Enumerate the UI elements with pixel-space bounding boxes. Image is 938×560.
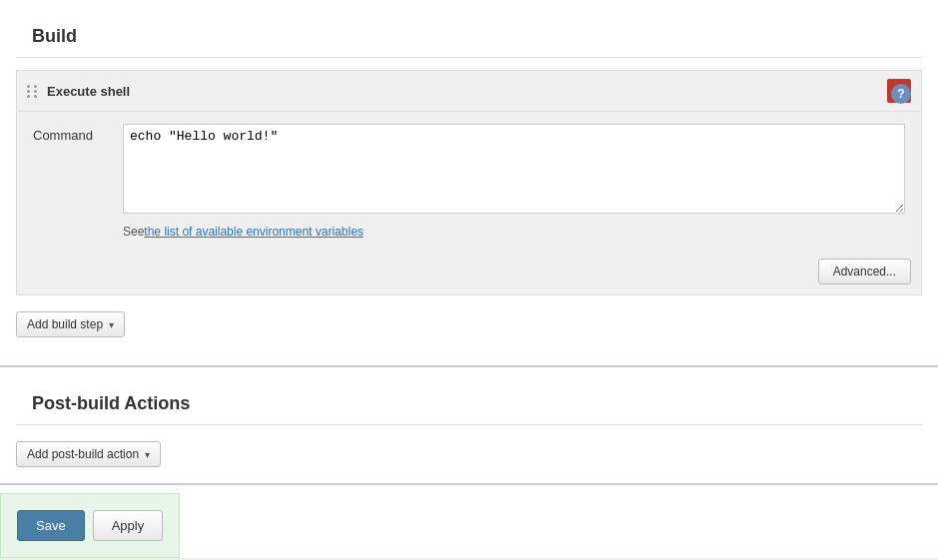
- advanced-row: Advanced...: [17, 251, 921, 294]
- advanced-button[interactable]: Advanced...: [818, 259, 911, 284]
- env-vars-link[interactable]: the list of available environment variab…: [144, 225, 363, 239]
- command-textarea[interactable]: echo "Hello world!": [123, 124, 905, 214]
- drag-dots-icon: [27, 85, 39, 98]
- step-body: ? Command echo "Hello world!" See the li…: [17, 112, 921, 251]
- drag-handle[interactable]: [27, 85, 39, 98]
- page-content: Build Execute shell X: [0, 0, 938, 558]
- command-field: echo "Hello world!": [123, 124, 905, 217]
- add-build-step-button[interactable]: Add build step ▾: [16, 311, 125, 337]
- add-post-build-action-button[interactable]: Add post-build action ▾: [16, 441, 161, 467]
- footer-area: Save Apply: [0, 493, 180, 558]
- add-build-step-arrow: ▾: [109, 319, 114, 330]
- build-section-title: Build: [16, 12, 922, 58]
- command-label: Command: [33, 124, 123, 143]
- execute-shell-block: Execute shell X ? Command echo "Hello wo…: [16, 70, 922, 295]
- add-build-step-label: Add build step: [27, 317, 103, 331]
- env-vars-row: See the list of available environment va…: [33, 225, 905, 239]
- step-header: Execute shell X: [17, 71, 921, 112]
- footer-buttons: Save Apply: [17, 510, 163, 541]
- apply-button[interactable]: Apply: [93, 510, 164, 541]
- step-header-left: Execute shell: [27, 84, 130, 99]
- add-step-area: Add build step ▾: [16, 307, 922, 353]
- add-post-build-arrow: ▾: [145, 449, 150, 460]
- build-section: Build Execute shell X: [0, 0, 938, 367]
- post-build-title: Post-build Actions: [16, 379, 922, 425]
- add-post-build-area: Add post-build action ▾: [16, 441, 922, 467]
- save-button[interactable]: Save: [17, 510, 85, 541]
- step-title: Execute shell: [47, 84, 130, 99]
- command-row: Command echo "Hello world!": [33, 124, 905, 217]
- add-post-build-label: Add post-build action: [27, 447, 139, 461]
- post-build-section: Post-build Actions Add post-build action…: [0, 367, 938, 485]
- help-icon[interactable]: ?: [891, 84, 911, 104]
- env-vars-prefix: See: [123, 225, 144, 239]
